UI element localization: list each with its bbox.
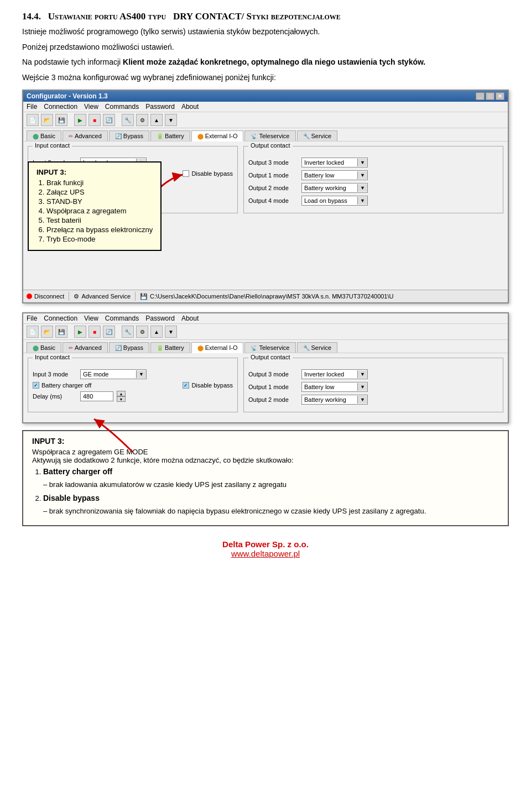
app2-output2-dropdown-btn[interactable]: ▼	[357, 396, 367, 404]
app1-title: Configurator - Version 1.3	[27, 92, 108, 100]
app2-disable-bypass-checkbox[interactable]: ✓	[183, 382, 189, 389]
app1-window: Configurator - Version 1.3 _ □ ✕ File Co…	[22, 90, 509, 303]
app2-menu-commands[interactable]: Commands	[105, 315, 139, 322]
app2-tab-external-io[interactable]: ⬤ External I-O	[191, 342, 244, 353]
app2-menu-connection[interactable]: Connection	[44, 315, 77, 322]
app2-delay-spinner[interactable]: ▲ ▼	[117, 391, 126, 402]
app2-input3-row: Input 3 mode GE mode ▼	[33, 369, 233, 379]
app2-input-contact-group: Input contact Input 3 mode GE mode ▼ ✓ B…	[28, 358, 238, 412]
app2-tab-battery-icon: 🔋	[157, 345, 163, 351]
app2-tab-service[interactable]: 🔧 Service	[297, 342, 338, 353]
app2-toolbar-settings[interactable]: ⚙	[136, 326, 148, 338]
output-contact-group: Output contact Output 3 mode Inverter lo…	[243, 146, 503, 213]
app2-toolbar-save[interactable]: 💾	[55, 326, 67, 338]
output4-dropdown-btn[interactable]: ▼	[357, 197, 367, 205]
tab-basic[interactable]: ⬤ Basic	[27, 130, 61, 141]
toolbar-up[interactable]: ▲	[150, 114, 163, 126]
app2-output3-dropdown-btn[interactable]: ▼	[357, 370, 367, 378]
menu-view[interactable]: View	[84, 103, 98, 111]
app2-tab-basic[interactable]: ⬤ Basic	[27, 342, 61, 353]
close-button[interactable]: ✕	[496, 92, 504, 100]
app2-menu-password[interactable]: Password	[145, 315, 175, 322]
app2-toolbar-up[interactable]: ▲	[150, 326, 163, 338]
advanced-service-item[interactable]: ⚙ Advanced Service	[74, 293, 131, 300]
toolbar-down[interactable]: ▼	[165, 114, 177, 126]
toolbar-save[interactable]: 💾	[55, 114, 67, 126]
app2-output3-label: Output 3 mode	[248, 371, 298, 378]
app2-menu-view[interactable]: View	[84, 315, 98, 322]
menu-password[interactable]: Password	[145, 103, 175, 111]
callout2-item2: Disable bypass – brak synchronizowania s…	[43, 493, 499, 516]
app2-tab-advanced[interactable]: ✏ Advanced	[63, 342, 108, 353]
toolbar-new[interactable]: 📄	[27, 114, 39, 126]
menu-commands[interactable]: Commands	[105, 103, 139, 111]
title-highlight: DRY CONTACT/ Styki bezpotencjałowe	[173, 11, 341, 22]
output2-dropdown-btn[interactable]: ▼	[357, 184, 367, 192]
tab-advanced[interactable]: ✏ Advanced	[63, 130, 108, 141]
menu-about[interactable]: About	[181, 103, 199, 111]
tab-service[interactable]: 🔧 Service	[297, 130, 338, 141]
callout2-desc: Aktywują sie dodatkowo 2 funkcje, które …	[32, 456, 294, 464]
para4: Wejście 3 można konfigurować wg wybranej…	[22, 72, 509, 83]
toolbar-play[interactable]: ▶	[74, 114, 86, 126]
toolbar-settings[interactable]: ⚙	[136, 114, 148, 126]
app2-toolbar-wrench[interactable]: 🔧	[122, 326, 134, 338]
tab-teleservice[interactable]: 📡 Teleservice	[244, 130, 295, 141]
app2-input3-dropdown-btn[interactable]: ▼	[136, 370, 146, 378]
app2-window: File Connection View Commands Password A…	[22, 312, 509, 423]
disconnect-item[interactable]: Disconnect	[27, 293, 64, 300]
app2-output2-select[interactable]: Battery working ▼	[301, 395, 368, 405]
tab-external-io[interactable]: ⬤ External I-O	[191, 130, 244, 142]
website-link[interactable]: www.deltapower.pl	[231, 549, 300, 558]
output2-select[interactable]: Battery working ▼	[301, 183, 368, 193]
app2-delay-up[interactable]: ▲	[117, 391, 126, 396]
arrow2-graphic	[88, 413, 144, 458]
toolbar-wrench[interactable]: 🔧	[122, 114, 134, 126]
app2-panel: Input contact Input 3 mode GE mode ▼ ✓ B…	[28, 358, 503, 412]
app2-toolbar-open[interactable]: 📂	[41, 326, 53, 338]
tab-bypass[interactable]: 🔄 Bypass	[109, 130, 149, 141]
app2-delay-down[interactable]: ▼	[117, 396, 126, 402]
app2-output1-dropdown-btn[interactable]: ▼	[357, 383, 367, 391]
app2-menu-file[interactable]: File	[27, 315, 37, 322]
app2-output1-select[interactable]: Battery low ▼	[301, 382, 368, 392]
maximize-button[interactable]: □	[486, 92, 494, 100]
menu-connection[interactable]: Connection	[44, 103, 77, 111]
menu-file[interactable]: File	[27, 103, 37, 111]
app2-input-contact-title: Input contact	[33, 354, 72, 360]
advanced-service-icon: ⚙	[74, 293, 79, 300]
toolbar-refresh[interactable]: 🔄	[103, 114, 115, 126]
app1-titlebar: Configurator - Version 1.3 _ □ ✕	[23, 91, 508, 102]
app2-tab-battery[interactable]: 🔋 Battery	[150, 342, 190, 353]
app2-tab-bypass[interactable]: 🔄 Bypass	[109, 342, 149, 353]
app2-tab-teleservice-icon: 📡	[251, 345, 257, 351]
app2-toolbar-play[interactable]: ▶	[74, 326, 86, 338]
tab-battery[interactable]: 🔋 Battery	[150, 130, 190, 141]
app2-battery-charger-checkbox[interactable]: ✓	[33, 382, 39, 389]
app2-delay-input[interactable]: 480	[80, 391, 113, 401]
disconnect-label: Disconnect	[34, 293, 64, 300]
app2-toolbar-down[interactable]: ▼	[165, 326, 177, 338]
output3-select[interactable]: Inverter locked ▼	[301, 158, 368, 167]
app2-menu-about[interactable]: About	[181, 315, 199, 322]
app2-toolbar-stop[interactable]: ■	[88, 326, 101, 338]
app2-toolbar-new[interactable]: 📄	[27, 326, 39, 338]
minimize-button[interactable]: _	[476, 92, 485, 100]
output1-select[interactable]: Battery low ▼	[301, 170, 368, 180]
output4-select[interactable]: Load on bypass ▼	[301, 196, 368, 206]
app2-tab-teleservice[interactable]: 📡 Teleservice	[244, 342, 295, 353]
app2-toolbar-refresh[interactable]: 🔄	[103, 326, 115, 338]
section-title: 14.4. Ustawianie portu AS400 typu DRY CO…	[22, 11, 509, 22]
output4-label: Output 4 mode	[248, 197, 298, 204]
output3-dropdown-btn[interactable]: ▼	[357, 159, 367, 166]
callout2-list: Battery charger off – brak ładowania aku…	[43, 467, 499, 516]
app2-toolbar: 📄 📂 💾 ▶ ■ 🔄 🔧 ⚙ ▲ ▼	[23, 324, 508, 340]
app2-output-contact-title: Output contact	[248, 354, 293, 360]
app2-output3-row: Output 3 mode Inverter locked ▼	[248, 369, 498, 379]
app2-input3-select[interactable]: GE mode ▼	[80, 369, 147, 379]
toolbar-open[interactable]: 📂	[41, 114, 53, 126]
toolbar-stop[interactable]: ■	[88, 114, 101, 126]
output4-row: Output 4 mode Load on bypass ▼	[248, 196, 498, 206]
output1-dropdown-btn[interactable]: ▼	[357, 171, 367, 179]
app2-output3-select[interactable]: Inverter locked ▼	[301, 369, 368, 379]
